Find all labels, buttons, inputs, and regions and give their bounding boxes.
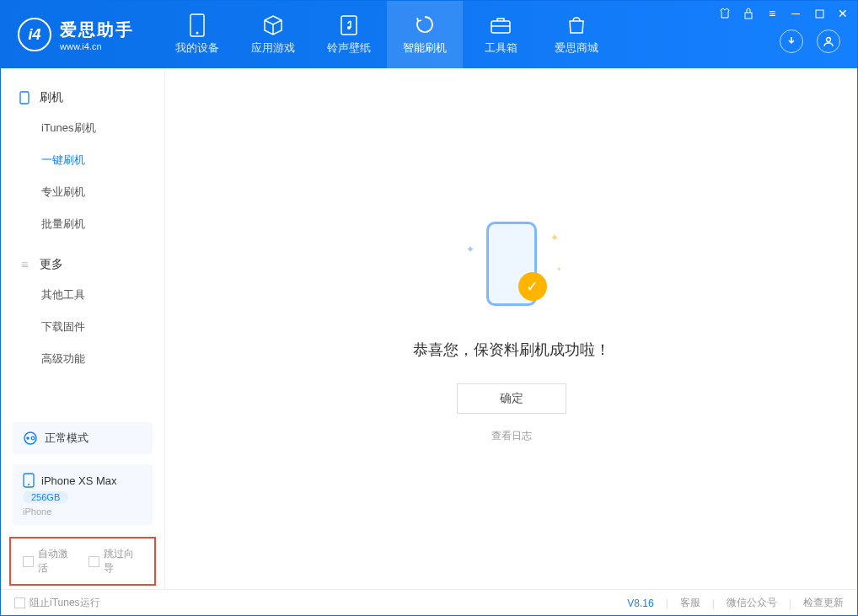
sidebar-item-pro[interactable]: 专业刷机 [1, 176, 164, 208]
success-illustration: ✦ ✦ ✦ ✓ [461, 215, 562, 316]
svg-rect-2 [341, 16, 357, 35]
checkbox-block-itunes[interactable]: 阻止iTunes运行 [14, 596, 100, 610]
tab-apps[interactable]: 应用游戏 [235, 1, 311, 68]
checkbox-skip-guide[interactable]: 跳过向导 [88, 547, 142, 576]
group-title-text: 刷机 [40, 90, 63, 105]
mode-icon [23, 431, 38, 446]
cube-icon [261, 13, 285, 37]
tab-ringtones[interactable]: 铃声壁纸 [311, 1, 387, 68]
app-subtitle: www.i4.cn [60, 41, 134, 51]
svg-point-8 [827, 38, 831, 42]
checkbox-label: 自动激活 [38, 547, 77, 576]
tab-label: 铃声壁纸 [327, 40, 371, 56]
maximize-button[interactable] [812, 6, 827, 21]
window-controls: ≡ ─ ✕ [717, 6, 850, 21]
svg-point-14 [28, 484, 29, 485]
tab-label: 我的设备 [175, 40, 219, 56]
lock-icon[interactable] [741, 6, 756, 21]
tab-label: 爱思商城 [555, 40, 598, 56]
sidebar-group-flash: 刷机 [1, 83, 164, 112]
group-title-text: 更多 [40, 257, 63, 272]
refresh-shield-icon [413, 13, 437, 37]
options-row: 自动激活 跳过向导 [9, 537, 156, 586]
tab-my-device[interactable]: 我的设备 [159, 1, 235, 68]
logo-icon: i4 [18, 18, 51, 51]
app-title: 爱思助手 [60, 19, 134, 41]
body-area: 刷机 iTunes刷机 一键刷机 专业刷机 批量刷机 ≡ 更多 其他工具 下载固… [1, 68, 857, 589]
view-log-link[interactable]: 查看日志 [491, 429, 532, 443]
app-header: i4 爱思助手 www.i4.cn 我的设备 应用游戏 铃声壁纸 智能刷机 工具… [1, 1, 857, 68]
menu-icon[interactable]: ≡ [764, 6, 780, 21]
device-info-box[interactable]: iPhone XS Max 256GB iPhone [13, 464, 153, 525]
update-link[interactable]: 检查更新 [803, 596, 844, 610]
checkbox-auto-activate[interactable]: 自动激活 [23, 547, 77, 576]
sidebar: 刷机 iTunes刷机 一键刷机 专业刷机 批量刷机 ≡ 更多 其他工具 下载固… [1, 68, 165, 589]
shirt-icon[interactable] [717, 6, 732, 21]
tab-label: 工具箱 [485, 40, 517, 56]
footer-left: 阻止iTunes运行 [14, 596, 100, 610]
tab-label: 智能刷机 [403, 40, 447, 56]
device-icon [185, 13, 209, 37]
user-icon[interactable] [817, 29, 840, 53]
checkbox-label: 跳过向导 [104, 547, 142, 576]
list-icon: ≡ [18, 258, 31, 271]
svg-point-3 [347, 26, 351, 29]
wechat-link[interactable]: 微信公众号 [727, 596, 777, 610]
separator: | [666, 597, 668, 609]
footer: 阻止iTunes运行 V8.16 | 客服 | 微信公众号 | 检查更新 [1, 589, 857, 616]
check-badge-icon: ✓ [518, 272, 547, 301]
logo-text: 爱思助手 www.i4.cn [60, 19, 134, 51]
device-type-text: iPhone [23, 506, 142, 517]
bag-icon [565, 13, 588, 37]
phone-icon [18, 91, 31, 104]
version-text: V8.16 [627, 597, 653, 609]
success-message: 恭喜您，保资料刷机成功啦！ [413, 340, 610, 360]
tab-toolbox[interactable]: 工具箱 [463, 1, 539, 68]
phone-icon [23, 473, 35, 488]
separator: | [789, 597, 791, 609]
tab-label: 应用游戏 [251, 40, 295, 56]
support-link[interactable]: 客服 [680, 596, 700, 610]
download-icon[interactable] [780, 29, 803, 53]
checkbox-label: 阻止iTunes运行 [29, 596, 100, 610]
sidebar-group-more: ≡ 更多 [1, 250, 164, 279]
checkbox-box [23, 556, 34, 567]
svg-rect-6 [745, 13, 752, 19]
checkbox-box [88, 556, 99, 567]
sidebar-item-itunes[interactable]: iTunes刷机 [1, 112, 164, 144]
svg-rect-7 [816, 10, 823, 18]
device-mode-text: 正常模式 [45, 431, 88, 446]
storage-badge: 256GB [23, 491, 68, 503]
device-name-text: iPhone XS Max [41, 474, 117, 487]
svg-point-11 [26, 437, 29, 440]
logo-area: i4 爱思助手 www.i4.cn [1, 18, 151, 51]
sidebar-item-advanced[interactable]: 高级功能 [1, 343, 164, 375]
ok-button[interactable]: 确定 [457, 383, 566, 414]
main-content: ✦ ✦ ✦ ✓ 恭喜您，保资料刷机成功啦！ 确定 查看日志 [165, 68, 857, 589]
svg-rect-9 [20, 92, 29, 104]
minimize-button[interactable]: ─ [788, 6, 803, 21]
sidebar-item-firmware[interactable]: 下载固件 [1, 311, 164, 343]
sidebar-item-oneclick[interactable]: 一键刷机 [1, 144, 164, 176]
toolbox-icon [489, 13, 512, 37]
checkbox-box [14, 597, 25, 608]
sparkle-icon: ✦ [550, 232, 559, 244]
separator: | [712, 597, 715, 609]
header-right-icons [780, 29, 840, 53]
svg-point-1 [196, 32, 199, 35]
tab-flash[interactable]: 智能刷机 [387, 1, 463, 68]
sidebar-item-batch[interactable]: 批量刷机 [1, 208, 164, 240]
sparkle-icon: ✦ [466, 244, 475, 255]
footer-right: V8.16 | 客服 | 微信公众号 | 检查更新 [627, 596, 844, 610]
close-button[interactable]: ✕ [835, 6, 850, 21]
nav-tabs: 我的设备 应用游戏 铃声壁纸 智能刷机 工具箱 爱思商城 [159, 1, 614, 68]
tab-store[interactable]: 爱思商城 [539, 1, 614, 68]
music-file-icon [337, 13, 361, 37]
device-mode-box[interactable]: 正常模式 [13, 422, 153, 454]
sparkle-icon: ✦ [556, 265, 562, 273]
svg-rect-4 [491, 21, 510, 33]
sidebar-item-tools[interactable]: 其他工具 [1, 279, 164, 311]
svg-point-12 [31, 437, 35, 440]
